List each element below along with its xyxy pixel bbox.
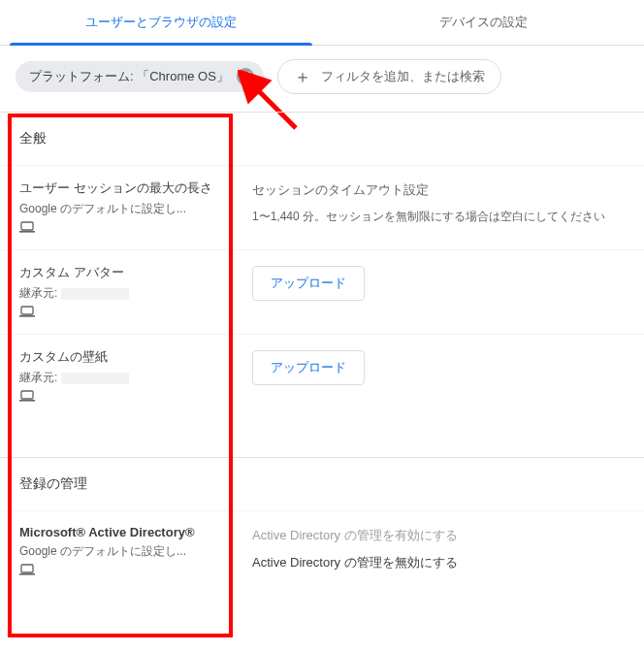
tab-label: デバイスの設定 <box>439 15 528 29</box>
setting-label: カスタムの壁紙 <box>19 348 215 366</box>
tab-label: ユーザーとブラウザの設定 <box>85 15 237 29</box>
inherit-value-redacted <box>61 288 129 300</box>
setting-left[interactable]: カスタムの壁紙 継承元: <box>0 335 233 418</box>
setting-row-msad: Microsoft® Active Directory® Google のデフォ… <box>0 510 644 592</box>
svg-rect-6 <box>21 391 33 399</box>
svg-rect-3 <box>19 231 35 233</box>
setting-option-disable: Active Directory の管理を無効にする <box>252 554 625 571</box>
close-icon[interactable] <box>237 68 254 85</box>
tab-device-settings[interactable]: デバイスの設定 <box>322 0 644 45</box>
svg-rect-8 <box>21 565 33 572</box>
setting-right-heading: セッションのタイムアウト設定 <box>252 181 625 199</box>
filter-add-placeholder: フィルタを追加、または検索 <box>321 68 485 85</box>
setting-option-enable: Active Directory の管理を有効にする <box>252 527 625 544</box>
laptop-icon <box>19 564 35 575</box>
section-title: 全般 <box>19 130 47 146</box>
filter-bar: プラットフォーム: 「Chrome OS」 ＋ フィルタを追加、または検索 <box>0 46 644 112</box>
setting-subtext: 継承元: <box>19 285 215 302</box>
section-header-enrollment: 登録の管理 <box>0 458 644 510</box>
setting-left[interactable]: カスタム アバター 継承元: <box>0 250 233 334</box>
setting-subtext: Google のデフォルトに設定し... <box>19 201 215 217</box>
section-title: 登録の管理 <box>19 475 87 491</box>
upload-button[interactable]: アップロード <box>252 266 365 301</box>
section-enrollment: 登録の管理 Microsoft® Active Directory® Googl… <box>0 457 644 592</box>
inherit-value-redacted <box>61 373 129 384</box>
section-general: 全般 ユーザー セッションの最大の長さ Google のデフォルトに設定し...… <box>0 112 644 440</box>
inherit-prefix: 継承元: <box>19 371 57 384</box>
setting-right: アップロード <box>233 335 644 418</box>
setting-subtext: Google のデフォルトに設定し... <box>19 543 215 560</box>
setting-right: アップロード <box>233 250 644 334</box>
filter-chip-label: プラットフォーム: 「Chrome OS」 <box>29 68 229 85</box>
svg-rect-4 <box>21 307 33 314</box>
section-header-general: 全般 <box>0 113 644 165</box>
plus-icon: ＋ <box>294 68 311 85</box>
setting-right-desc: 1〜1,440 分。セッションを無制限にする場合は空白にしてください <box>252 209 625 225</box>
tabs: ユーザーとブラウザの設定 デバイスの設定 <box>0 0 644 46</box>
setting-label: Microsoft® Active Directory® <box>19 525 215 539</box>
setting-label: カスタム アバター <box>19 264 215 281</box>
setting-row-custom-wallpaper: カスタムの壁紙 継承元: アップロード <box>0 334 644 440</box>
tab-user-browser-settings[interactable]: ユーザーとブラウザの設定 <box>0 0 322 45</box>
setting-left[interactable]: ユーザー セッションの最大の長さ Google のデフォルトに設定し... <box>0 166 233 249</box>
setting-row-custom-avatar: カスタム アバター 継承元: アップロード <box>0 249 644 334</box>
setting-row-session-length: ユーザー セッションの最大の長さ Google のデフォルトに設定し... セッ… <box>0 165 644 249</box>
setting-left[interactable]: Microsoft® Active Directory® Google のデフォ… <box>0 511 233 592</box>
filter-chip-platform[interactable]: プラットフォーム: 「Chrome OS」 <box>16 61 264 92</box>
laptop-icon <box>19 390 35 402</box>
laptop-icon <box>19 306 35 317</box>
svg-rect-7 <box>19 400 35 402</box>
upload-button[interactable]: アップロード <box>252 350 365 385</box>
filter-add-input[interactable]: ＋ フィルタを追加、または検索 <box>277 59 501 94</box>
button-label: アップロード <box>271 276 346 290</box>
setting-right: セッションのタイムアウト設定 1〜1,440 分。セッションを無制限にする場合は… <box>233 166 644 249</box>
laptop-icon <box>19 221 35 233</box>
svg-rect-9 <box>19 573 35 575</box>
button-label: アップロード <box>271 360 346 375</box>
setting-label: ユーザー セッションの最大の長さ <box>19 179 215 197</box>
svg-rect-5 <box>19 315 35 317</box>
setting-subtext: 継承元: <box>19 370 215 386</box>
setting-right: Active Directory の管理を有効にする Active Direct… <box>233 511 644 592</box>
inherit-prefix: 継承元: <box>19 286 57 300</box>
content: 全般 ユーザー セッションの最大の長さ Google のデフォルトに設定し...… <box>0 112 644 592</box>
svg-rect-2 <box>21 222 33 230</box>
